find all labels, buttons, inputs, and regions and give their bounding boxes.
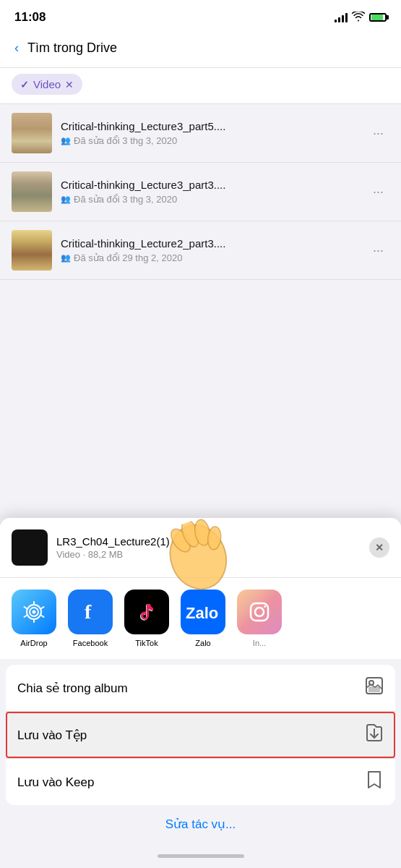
file-item[interactable]: Critical-thinking_Lecture2_part3.... 👥 Đ… (0, 221, 401, 280)
tiktok-icon (124, 590, 169, 634)
action-save-keep[interactable]: Lưu vào Keep (6, 758, 395, 805)
file-meta: 👥 Đã sửa đổi 3 thg 3, 2020 (61, 194, 358, 205)
wifi-icon (352, 12, 365, 24)
status-bar: 11:08 (0, 0, 401, 32)
save-keep-icon (365, 770, 384, 793)
shared-icon: 👥 (61, 136, 71, 145)
svg-point-2 (33, 610, 36, 614)
airdrop-icon (12, 590, 56, 634)
app-item-tiktok[interactable]: TikTok (124, 590, 169, 647)
file-info: Critical-thinking_Lecture2_part3.... 👥 Đ… (61, 237, 358, 263)
zalo-icon: Zalo (181, 590, 225, 634)
instagram-icon (237, 590, 282, 634)
sheet-file-info: LR3_Ch04_Lecture2(1) Video · 88,2 MB (56, 535, 361, 560)
file-name: Critical-thinking_Lecture3_part3.... (61, 179, 358, 191)
action-save-file[interactable]: Lưu vào Tệp (6, 711, 395, 758)
file-more-button[interactable]: ··· (367, 123, 389, 144)
share-album-icon (365, 676, 384, 699)
apps-row: AirDrop f Facebook (0, 578, 401, 659)
svg-text:Zalo: Zalo (186, 604, 218, 622)
file-meta: 👥 Đã sửa đổi 29 thg 2, 2020 (61, 252, 358, 263)
file-thumbnail (12, 171, 52, 212)
app-item-airdrop[interactable]: AirDrop (12, 590, 56, 647)
home-indicator (0, 843, 401, 868)
app-label-facebook: Facebook (73, 639, 108, 647)
file-meta: 👥 Đã sửa đổi 3 thg 3, 2020 (61, 135, 358, 146)
share-sheet-overlay: LR3_Ch04_Lecture2(1) Video · 88,2 MB ✕ (0, 518, 401, 868)
svg-line-8 (25, 607, 27, 608)
action-save-keep-label: Lưu vào Keep (17, 775, 94, 790)
header-title: Tìm trong Drive (27, 41, 117, 56)
file-date: Đã sửa đổi 3 thg 3, 2020 (74, 194, 177, 205)
action-list: Chia sẻ trong album Lưu vào Tệp (6, 665, 395, 805)
app-item-facebook[interactable]: f Facebook (68, 590, 113, 647)
sheet-file-meta: Video · 88,2 MB (56, 549, 361, 560)
back-button[interactable]: ‹ (12, 38, 22, 59)
file-name: Critical-thinking_Lecture2_part3.... (61, 237, 358, 250)
sheet-close-button[interactable]: ✕ (369, 537, 389, 558)
file-thumbnail (12, 113, 52, 153)
shared-icon: 👥 (61, 195, 71, 204)
file-info: Critical-thinking_Lecture3_part5.... 👥 Đ… (61, 120, 358, 146)
file-item[interactable]: Critical-thinking_Lecture3_part5.... 👥 Đ… (0, 104, 401, 163)
edit-actions-link[interactable]: Sửa tác vụ... (165, 817, 236, 831)
status-time: 11:08 (14, 10, 46, 25)
file-name: Critical-thinking_Lecture3_part5.... (61, 120, 358, 132)
battery-fill (371, 14, 383, 20)
action-share-album[interactable]: Chia sẻ trong album (6, 665, 395, 711)
filter-chip-video[interactable]: ✓ Video ✕ (12, 74, 82, 95)
edit-actions-section: Sửa tác vụ... (0, 805, 401, 843)
app-item-instagram[interactable]: In... (237, 590, 282, 647)
svg-point-13 (264, 605, 266, 608)
signal-bars-icon (335, 12, 348, 22)
action-share-album-label: Chia sẻ trong album (17, 681, 128, 696)
file-date: Đã sửa đổi 3 thg 3, 2020 (74, 135, 177, 146)
battery-icon (369, 13, 387, 22)
filter-close-button[interactable]: ✕ (65, 79, 74, 90)
filter-label: Video (33, 78, 61, 90)
action-save-file-label: Lưu vào Tệp (17, 728, 87, 743)
file-thumbnail (12, 230, 52, 271)
file-info: Critical-thinking_Lecture3_part3.... 👥 Đ… (61, 179, 358, 205)
filter-bar: ✓ Video ✕ (0, 68, 401, 104)
sheet-header: LR3_Ch04_Lecture2(1) Video · 88,2 MB ✕ (0, 518, 401, 578)
app-label-airdrop: AirDrop (20, 639, 47, 647)
svg-line-4 (42, 607, 44, 608)
svg-text:f: f (85, 600, 92, 623)
home-bar (158, 854, 244, 858)
sheet-file-name: LR3_Ch04_Lecture2(1) (56, 535, 361, 548)
filter-checkmark: ✓ (20, 79, 29, 90)
file-item[interactable]: Critical-thinking_Lecture3_part3.... 👥 Đ… (0, 163, 401, 221)
save-file-icon (365, 723, 384, 746)
app-label-instagram: In... (253, 639, 266, 647)
facebook-icon: f (68, 590, 113, 634)
sheet-file-thumbnail (12, 529, 48, 566)
svg-line-7 (25, 616, 27, 617)
share-sheet: LR3_Ch04_Lecture2(1) Video · 88,2 MB ✕ (0, 518, 401, 868)
file-more-button[interactable]: ··· (367, 182, 389, 203)
app-item-zalo[interactable]: Zalo Zalo (181, 590, 225, 647)
svg-line-5 (42, 616, 44, 617)
header: ‹ Tìm trong Drive (0, 32, 401, 68)
app-label-tiktok: TikTok (135, 639, 158, 647)
files-list: Critical-thinking_Lecture3_part5.... 👥 Đ… (0, 104, 401, 280)
app-label-zalo: Zalo (195, 639, 210, 647)
file-more-button[interactable]: ··· (367, 240, 389, 261)
svg-point-12 (255, 608, 264, 616)
shared-icon: 👥 (61, 253, 71, 263)
file-date: Đã sửa đổi 29 thg 2, 2020 (74, 252, 182, 263)
status-icons (335, 12, 387, 24)
